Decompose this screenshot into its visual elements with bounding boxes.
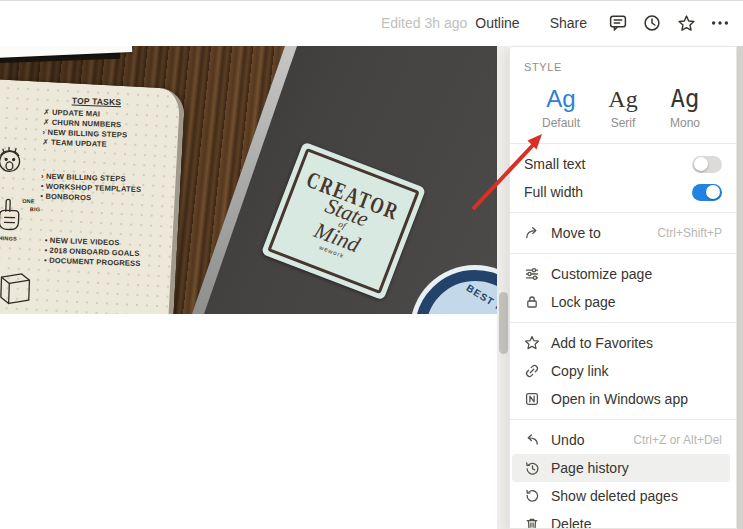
font-option-mono[interactable]: Ag Mono xyxy=(656,85,714,130)
page-scrollbar-track[interactable] xyxy=(497,46,509,529)
style-section-label: STYLE xyxy=(524,61,722,73)
face-doodle xyxy=(0,145,26,184)
menu-item-move-to[interactable]: Move to Ctrl+Shift+P xyxy=(510,219,736,247)
menu-item-full-width[interactable]: Full width xyxy=(510,178,736,206)
menu-item-copy-link[interactable]: Copy link xyxy=(510,357,736,385)
outline-button[interactable]: Outline xyxy=(475,15,519,31)
page-cover-image: TOP TASKS ✗ UPDATE MAI ✗ CHURN NUMBERS ›… xyxy=(0,46,509,314)
font-option-serif[interactable]: Ag Serif xyxy=(594,85,652,130)
history-clock-icon xyxy=(524,460,540,476)
menu-item-show-deleted-pages[interactable]: Show deleted pages xyxy=(510,482,736,510)
small-text-toggle[interactable] xyxy=(692,156,722,173)
more-options-button[interactable] xyxy=(703,8,737,38)
page-options-menu: STYLE Ag Default Ag Serif Ag Mono Small xyxy=(509,46,737,529)
comment-icon xyxy=(607,13,629,33)
page-scrollbar-thumb[interactable] xyxy=(499,292,508,354)
move-to-arrow-icon xyxy=(524,225,540,241)
notebook-task-list: • NEW LIVE VIDEOS • 2018 ONBOARD GOALS •… xyxy=(44,236,141,269)
comments-button[interactable] xyxy=(601,8,635,38)
favorite-button[interactable] xyxy=(669,8,703,38)
notion-window: Edited 3h ago Outline Share xyxy=(0,0,743,529)
notebook-photo: TOP TASKS ✗ UPDATE MAI ✗ CHURN NUMBERS ›… xyxy=(0,79,185,314)
one-big-things-doodle: ONE BIG THINGS xyxy=(0,197,46,251)
clock-icon xyxy=(642,13,662,33)
menu-item-undo[interactable]: Undo Ctrl+Z or Alt+Del xyxy=(510,426,736,454)
window-scrollbar-strip xyxy=(737,46,743,529)
updates-button[interactable] xyxy=(635,8,669,38)
full-width-toggle[interactable] xyxy=(692,184,722,201)
font-option-default[interactable]: Ag Default xyxy=(532,85,590,130)
menu-item-delete[interactable]: Delete xyxy=(510,510,736,529)
shortcut-hint: Ctrl+Z or Alt+Del xyxy=(633,433,722,447)
ellipsis-icon xyxy=(709,13,731,33)
undo-arrow-icon xyxy=(524,432,540,448)
menu-item-small-text[interactable]: Small text xyxy=(510,150,736,178)
menu-item-page-history[interactable]: Page history xyxy=(512,454,730,482)
lock-icon xyxy=(524,294,540,310)
sliders-icon xyxy=(524,266,540,282)
trash-icon xyxy=(524,516,540,529)
edited-timestamp: Edited 3h ago xyxy=(381,15,467,31)
link-icon xyxy=(524,363,540,379)
top-toolbar: Edited 3h ago Outline Share xyxy=(0,0,743,45)
menu-item-open-in-windows-app[interactable]: Open in Windows app xyxy=(510,385,736,413)
menu-item-customize-page[interactable]: Customize page xyxy=(510,260,736,288)
notebook-title: TOP TASKS xyxy=(72,96,122,108)
menu-item-add-to-favorites[interactable]: Add to Favorites xyxy=(510,329,736,357)
menu-item-lock-page[interactable]: Lock page xyxy=(510,288,736,316)
notebook-task-list: ✗ UPDATE MAI ✗ CHURN NUMBERS › NEW BILLI… xyxy=(42,108,128,151)
notebook-task-list: › NEW BILLING STEPS • WORKSHOP TEMPLATES… xyxy=(40,172,142,205)
shortcut-hint: Ctrl+Shift+P xyxy=(657,226,722,240)
star-outline-icon xyxy=(524,335,540,351)
restore-rotate-icon xyxy=(524,488,540,504)
cube-doodle xyxy=(0,265,36,308)
share-button[interactable]: Share xyxy=(550,15,587,31)
star-icon xyxy=(677,14,696,33)
notion-app-icon xyxy=(524,391,540,407)
